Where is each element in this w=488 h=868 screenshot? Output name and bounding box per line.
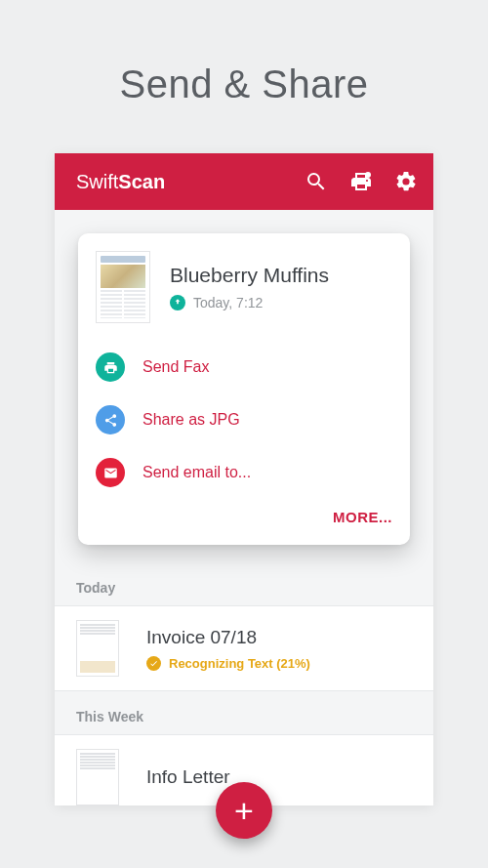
- featured-document-card: Blueberry Muffins Today, 7:12 Send Fax: [78, 233, 410, 545]
- document-timestamp: Today, 7:12: [193, 295, 263, 310]
- fax-machine-icon[interactable]: [349, 170, 373, 193]
- document-header[interactable]: Blueberry Muffins Today, 7:12: [96, 251, 392, 323]
- share-actions: Send Fax Share as JPG Send email to...: [96, 341, 392, 499]
- email-icon: [96, 458, 125, 487]
- phone-frame: SwiftScan Blueberry Muffins: [55, 153, 433, 806]
- invoice-thumbnail: [76, 620, 119, 677]
- fax-icon: [96, 352, 125, 382]
- send-fax-label: Send Fax: [142, 358, 209, 376]
- list-item-invoice[interactable]: Invoice 07/18 Recognizing Text (21%): [55, 605, 433, 691]
- share-jpg-action[interactable]: Share as JPG: [96, 393, 392, 446]
- send-fax-action[interactable]: Send Fax: [96, 341, 392, 393]
- invoice-status: Recognizing Text (21%): [169, 656, 310, 671]
- svg-point-0: [365, 172, 371, 178]
- share-icon: [96, 405, 125, 434]
- section-header-today: Today: [55, 545, 433, 605]
- invoice-title: Invoice 07/18: [146, 627, 412, 648]
- info-letter-title: Info Letter: [146, 766, 412, 788]
- send-email-action[interactable]: Send email to...: [96, 446, 392, 499]
- progress-check-icon: [146, 656, 161, 671]
- plus-icon: +: [234, 792, 254, 830]
- share-jpg-label: Share as JPG: [142, 411, 240, 429]
- brand-swift: Swift: [76, 171, 118, 192]
- document-thumbnail: [96, 251, 150, 323]
- app-brand: SwiftScan: [76, 171, 283, 193]
- document-meta: Blueberry Muffins Today, 7:12: [170, 264, 392, 310]
- page-title: Send & Share: [0, 0, 488, 153]
- add-fab-button[interactable]: +: [216, 782, 272, 839]
- info-letter-thumbnail: [76, 749, 119, 806]
- send-email-label: Send email to...: [142, 464, 251, 481]
- settings-gear-icon[interactable]: [394, 170, 418, 193]
- more-button[interactable]: MORE...: [96, 509, 392, 525]
- app-bar: SwiftScan: [55, 153, 433, 210]
- search-icon[interactable]: [305, 170, 328, 193]
- content-area: Blueberry Muffins Today, 7:12 Send Fax: [55, 233, 433, 806]
- upload-cloud-icon: [170, 295, 185, 310]
- document-title: Blueberry Muffins: [170, 264, 392, 287]
- section-header-thisweek: This Week: [55, 691, 433, 734]
- brand-scan: Scan: [118, 171, 165, 192]
